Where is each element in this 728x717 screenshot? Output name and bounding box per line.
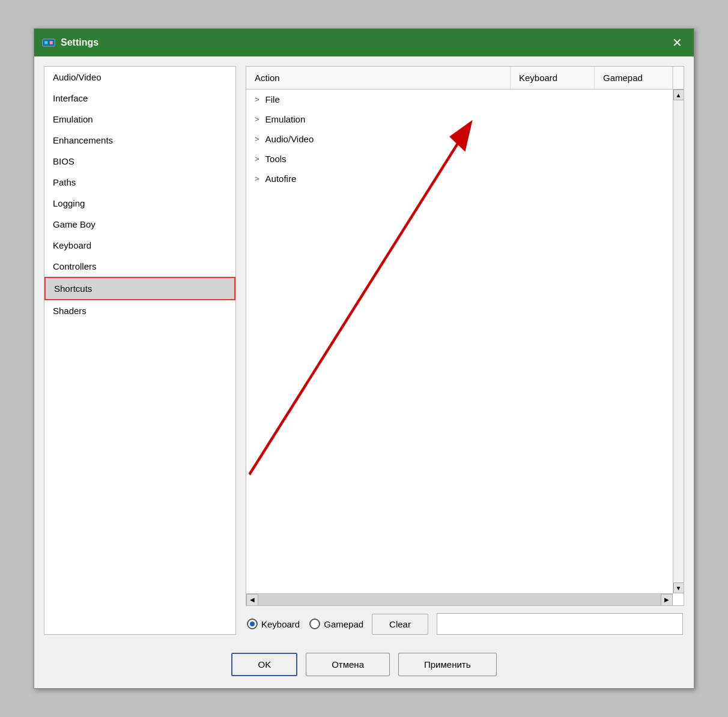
- header-action: Action: [246, 67, 511, 89]
- scroll-up-arrow[interactable]: ▲: [673, 89, 684, 100]
- radio-group: Keyboard Gamepad: [247, 619, 363, 629]
- sidebar-item-bios[interactable]: BIOS: [44, 151, 235, 172]
- table-header: Action Keyboard Gamepad: [246, 67, 684, 89]
- sidebar-item-logging[interactable]: Logging: [44, 193, 235, 214]
- tree-item-autofire[interactable]: >Autofire: [246, 169, 673, 189]
- gamepad-radio[interactable]: [309, 619, 320, 629]
- ok-button[interactable]: OK: [231, 653, 297, 676]
- scroll-down-arrow[interactable]: ▼: [673, 582, 684, 593]
- content-area: Audio/VideoInterfaceEmulationEnhancement…: [34, 56, 694, 644]
- header-gamepad: Gamepad: [595, 67, 673, 89]
- sidebar-item-shortcuts[interactable]: Shortcuts: [44, 277, 235, 300]
- tree-item-audio/video[interactable]: >Audio/Video: [246, 129, 673, 149]
- tree-item-label: File: [265, 94, 280, 104]
- apply-button[interactable]: Применить: [398, 653, 497, 676]
- chevron-icon: >: [255, 135, 259, 144]
- tree-item-label: Autofire: [265, 174, 297, 184]
- sidebar-item-emulation[interactable]: Emulation: [44, 109, 235, 130]
- chevron-icon: >: [255, 154, 259, 163]
- h-scroll-track[interactable]: [258, 594, 661, 605]
- keyboard-radio[interactable]: [247, 619, 258, 629]
- gamepad-radio-text: Gamepad: [324, 619, 363, 629]
- sidebar-item-controllers[interactable]: Controllers: [44, 256, 235, 277]
- settings-window: Settings ✕ Audio/VideoInterfaceEmulation…: [34, 28, 694, 689]
- tree-item-label: Emulation: [265, 114, 306, 124]
- sidebar-item-enhancements[interactable]: Enhancements: [44, 130, 235, 151]
- bottom-controls: Keyboard Gamepad Clear: [246, 613, 684, 635]
- scroll-left-arrow[interactable]: ◀: [246, 594, 258, 606]
- clear-button[interactable]: Clear: [372, 614, 428, 635]
- window-title: Settings: [61, 37, 667, 48]
- main-panel: Action Keyboard Gamepad >File>Emulation>…: [246, 66, 684, 635]
- title-bar: Settings ✕: [34, 29, 694, 56]
- keyboard-radio-label[interactable]: Keyboard: [247, 619, 300, 629]
- sidebar-item-interface[interactable]: Interface: [44, 88, 235, 109]
- horizontal-scrollbar[interactable]: ◀ ▶: [246, 593, 673, 605]
- shortcut-table-wrapper: Action Keyboard Gamepad >File>Emulation>…: [246, 66, 684, 606]
- sidebar-item-keyboard[interactable]: Keyboard: [44, 235, 235, 256]
- sidebar: Audio/VideoInterfaceEmulationEnhancement…: [44, 66, 236, 635]
- table-body: >File>Emulation>Audio/Video>Tools>Autofi…: [246, 89, 673, 593]
- tree-item-file[interactable]: >File: [246, 89, 673, 109]
- window-icon: [41, 37, 56, 48]
- header-keyboard: Keyboard: [511, 67, 595, 89]
- sidebar-item-audio-video[interactable]: Audio/Video: [44, 67, 235, 88]
- scroll-right-arrow[interactable]: ▶: [661, 594, 673, 606]
- close-button[interactable]: ✕: [667, 33, 687, 52]
- sidebar-item-paths[interactable]: Paths: [44, 172, 235, 193]
- tree-item-tools[interactable]: >Tools: [246, 149, 673, 169]
- footer: OK Отмена Применить: [34, 644, 694, 688]
- scrollbar-thumb[interactable]: [673, 100, 684, 582]
- svg-rect-1: [44, 41, 47, 44]
- vertical-scrollbar[interactable]: ▲ ▼: [673, 89, 684, 593]
- tree-item-label: Tools: [265, 154, 287, 164]
- keyboard-radio-text: Keyboard: [261, 619, 300, 629]
- cancel-button[interactable]: Отмена: [306, 653, 390, 676]
- chevron-icon: >: [255, 115, 259, 124]
- chevron-icon: >: [255, 174, 259, 183]
- gamepad-radio-label[interactable]: Gamepad: [309, 619, 363, 629]
- svg-rect-0: [43, 39, 55, 46]
- chevron-icon: >: [255, 95, 259, 104]
- sidebar-item-game-boy[interactable]: Game Boy: [44, 214, 235, 235]
- shortcut-input[interactable]: [437, 613, 683, 635]
- sidebar-item-shaders[interactable]: Shaders: [44, 300, 235, 321]
- svg-rect-2: [50, 41, 53, 44]
- tree-item-emulation[interactable]: >Emulation: [246, 109, 673, 129]
- tree-item-label: Audio/Video: [265, 134, 314, 144]
